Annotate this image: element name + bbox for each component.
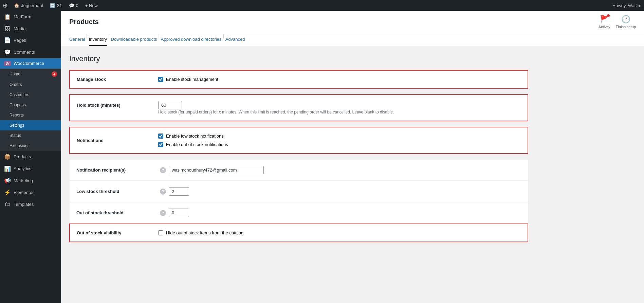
low-stock-notification-checkbox[interactable] [158,133,163,139]
sidebar-item-customers[interactable]: Customers [0,90,61,100]
out-of-stock-visibility-section: Out of stock visibility Hide out of stoc… [69,224,528,242]
out-of-stock-threshold-row: Out of stock threshold ? [70,202,528,223]
low-stock-threshold-row: Low stock threshold ? [70,181,528,202]
hold-stock-row: Hold stock (minutes) Hold stock (for unp… [70,95,528,121]
sidebar-item-settings[interactable]: Settings [0,120,61,130]
sidebar-item-elementor[interactable]: ⚡ Elementor [0,186,61,198]
updates-count[interactable]: 🔄 31 [47,3,65,8]
out-of-stock-threshold-input[interactable] [169,209,189,217]
section-title: Inventory [69,54,528,63]
sidebar-item-templates[interactable]: 🗂 Templates [0,198,61,210]
low-stock-threshold-input[interactable] [169,187,189,196]
comments-icon: 💬 [4,49,11,55]
sidebar-item-orders[interactable]: Orders [0,79,61,90]
tab-approved-dirs[interactable]: Approved download directories [161,33,222,46]
notifications-row: Notifications Enable low stock notificat… [70,127,528,153]
out-of-stock-notification-label: Enable out of stock notifications [166,142,228,147]
activity-icon: 🚩 [600,15,609,24]
hold-stock-top: Hold stock (minutes) [77,101,521,109]
out-of-stock-visibility-checkbox-label: Hide out of stock items from the catalog [166,230,243,235]
tab-downloadable[interactable]: Downloadable products [111,33,157,46]
manage-stock-label: Manage stock [77,77,158,82]
out-of-stock-visibility-checkbox[interactable] [158,230,163,235]
sidebar-item-status[interactable]: Status [0,130,61,141]
low-stock-threshold-label: Low stock threshold [76,189,158,194]
user-greeting: Howdy, Wasim [612,3,641,8]
products-icon: 📦 [4,154,11,160]
sidebar-item-products[interactable]: 📦 Products [0,151,61,163]
sidebar-item-metform[interactable]: 📋 MetForm [0,11,61,23]
out-of-stock-notification-row: Enable out of stock notifications [158,142,228,147]
activity-button[interactable]: 🚩 Activity [599,15,610,29]
sidebar-item-reports[interactable]: Reports [0,110,61,120]
wp-logo[interactable]: ⊕ [3,2,8,9]
sidebar-item-coupons[interactable]: Coupons [0,100,61,110]
header-actions: 🚩 Activity 🕐 Finish setup [599,15,636,29]
new-content-button[interactable]: + New [82,3,101,8]
sidebar-item-home[interactable]: Home 4 [0,69,61,79]
out-of-stock-visibility-label: Out of stock visibility [77,230,158,235]
notifications-section: Notifications Enable low stock notificat… [69,127,528,154]
notification-recipient-section: Notification recipient(s) ? [69,159,528,181]
sidebar-item-extensions[interactable]: Extensions [0,141,61,151]
hold-stock-control [158,101,182,109]
low-stock-threshold-control: ? [158,187,189,196]
out-of-stock-threshold-help-icon[interactable]: ? [160,210,166,216]
marketing-icon: 📢 [4,177,11,184]
out-of-stock-threshold-label: Out of stock threshold [76,210,158,215]
out-of-stock-visibility-row: Out of stock visibility Hide out of stoc… [70,224,528,242]
manage-stock-section: Manage stock Enable stock management [69,70,528,89]
metform-icon: 📋 [4,14,11,20]
elementor-icon: ⚡ [4,189,11,196]
low-stock-threshold-help-icon[interactable]: ? [160,189,166,195]
notification-recipient-input[interactable] [169,166,264,174]
pages-icon: 📄 [4,37,11,43]
notification-recipient-help-icon[interactable]: ? [160,167,166,173]
sidebar-item-analytics[interactable]: 📊 Analytics [0,163,61,175]
finish-setup-button[interactable]: 🕐 Finish setup [616,15,636,29]
hold-stock-description: Hold stock (for unpaid orders) for x min… [158,110,394,114]
media-icon: 🖼 [4,25,11,32]
sidebar-item-woocommerce[interactable]: W WooCommerce [0,58,61,69]
hold-stock-section: Hold stock (minutes) Hold stock (for unp… [69,94,528,121]
low-stock-notification-row: Enable low stock notifications [158,133,228,139]
templates-icon: 🗂 [4,201,11,207]
out-of-stock-visibility-control: Hide out of stock items from the catalog [158,230,243,235]
admin-bar: ⊕ 🏠 Juggernaut 🔄 31 💬 0 + New Howdy, Was… [0,0,644,11]
page-title: Products [69,18,99,26]
enable-stock-checkbox[interactable] [158,77,163,82]
sidebar: 📋 MetForm 🖼 Media 📄 Pages 💬 Comments W W… [0,11,61,303]
notification-recipient-label: Notification recipient(s) [76,167,158,173]
woocommerce-icon: W [4,61,11,66]
notification-recipient-control: ? [158,166,264,174]
tab-general[interactable]: General [69,33,85,46]
low-stock-notification-label: Enable low stock notifications [166,133,224,139]
manage-stock-row: Manage stock Enable stock management [70,71,528,88]
enable-stock-label: Enable stock management [166,77,218,82]
notifications-label: Notifications [77,138,158,143]
out-of-stock-threshold-control: ? [158,209,189,217]
hold-stock-input[interactable] [158,101,182,109]
sidebar-item-media[interactable]: 🖼 Media [0,23,61,34]
tabs-bar: General | Inventory | Downloadable produ… [61,33,644,46]
comments-count[interactable]: 💬 0 [66,3,82,8]
notifications-controls: Enable low stock notifications Enable ou… [158,133,228,147]
main-header: Products 🚩 Activity 🕐 Finish setup [61,11,644,33]
manage-stock-control: Enable stock management [158,77,218,82]
tab-advanced[interactable]: Advanced [225,33,245,46]
tab-inventory[interactable]: Inventory [89,33,107,46]
home-badge: 4 [52,71,57,77]
main-content: Products 🚩 Activity 🕐 Finish setup Gener… [61,11,644,303]
analytics-icon: 📊 [4,165,11,172]
sidebar-item-pages[interactable]: 📄 Pages [0,34,61,46]
settings-content: Inventory Manage stock Enable stock mana… [61,46,536,256]
out-of-stock-notification-checkbox[interactable] [158,142,163,147]
sidebar-item-comments[interactable]: 💬 Comments [0,46,61,58]
out-of-stock-threshold-section: Out of stock threshold ? [69,202,528,224]
hold-stock-label: Hold stock (minutes) [77,103,158,108]
sidebar-item-marketing[interactable]: 📢 Marketing [0,175,61,186]
low-stock-threshold-section: Low stock threshold ? [69,181,528,202]
notification-recipient-row: Notification recipient(s) ? [70,160,528,180]
clock-icon: 🕐 [621,15,630,24]
site-name[interactable]: 🏠 Juggernaut [11,3,47,8]
